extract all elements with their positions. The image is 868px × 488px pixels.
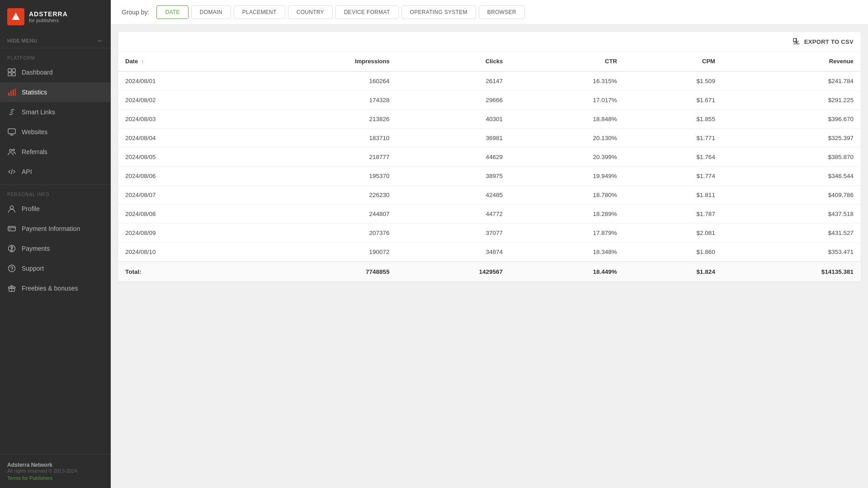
cell-ctr-0: 16.315%: [510, 71, 624, 91]
cell-impressions-4: 218777: [251, 148, 397, 167]
sidebar-item-payment-information[interactable]: Payment Information: [0, 219, 111, 239]
cell-cpm-1: $1.671: [624, 91, 722, 110]
svg-rect-5: [8, 93, 9, 96]
brand-sub: for publishers: [29, 18, 68, 23]
cell-ctr-3: 20.130%: [510, 129, 624, 148]
sidebar-item-dashboard[interactable]: Dashboard: [0, 62, 111, 82]
svg-rect-1: [8, 69, 11, 72]
cell-cpm-5: $1.774: [624, 167, 722, 186]
table-total-row: Total: 7748855 1429567 18.449% $1.824 $1…: [118, 262, 861, 282]
table-row: 2024/08/04 183710 36981 20.130% $1.771 $…: [118, 129, 861, 148]
cell-revenue-7: $437.518: [722, 205, 861, 224]
total-impressions: 7748855: [251, 262, 397, 282]
sidebar-item-support[interactable]: Support: [0, 258, 111, 278]
cell-impressions-9: 190072: [251, 243, 397, 262]
sidebar-item-statistics[interactable]: Statistics: [0, 82, 111, 102]
svg-point-17: [11, 270, 12, 271]
col-impressions[interactable]: Impressions: [251, 52, 397, 71]
cell-impressions-3: 183710: [251, 129, 397, 148]
cell-date-4: 2024/08/05: [118, 148, 251, 167]
col-date[interactable]: Date ↑: [118, 52, 251, 71]
hide-menu-control[interactable]: HIDE MENU ←: [0, 33, 111, 48]
group-by-label: Group by:: [122, 9, 149, 16]
logo-text: ADSTERRA for publishers: [29, 10, 68, 23]
sidebar-item-payments[interactable]: Payments: [0, 239, 111, 258]
cell-date-7: 2024/08/08: [118, 205, 251, 224]
footer-terms[interactable]: Terms for Publishers: [7, 475, 104, 481]
cell-impressions-5: 195370: [251, 167, 397, 186]
sidebar-item-profile[interactable]: Profile: [0, 199, 111, 219]
sidebar-item-dashboard-label: Dashboard: [22, 69, 53, 76]
total-label: Total:: [118, 262, 251, 282]
sidebar-item-api[interactable]: API: [0, 162, 111, 182]
table-row: 2024/08/06 195370 38975 19.949% $1.774 $…: [118, 167, 861, 186]
group-by-domain-button[interactable]: DOMAIN: [191, 5, 231, 19]
cell-ctr-4: 20.399%: [510, 148, 624, 167]
sidebar-item-freebies[interactable]: Freebies & bonuses: [0, 278, 111, 298]
svg-rect-4: [12, 73, 15, 76]
export-csv-button[interactable]: EXPORT TO CSV: [793, 38, 854, 46]
statistics-icon: [7, 88, 16, 97]
footer-copyright: All rights reserved © 2013-2024: [7, 468, 104, 474]
user-icon: [7, 204, 16, 213]
total-cpm: $1.824: [624, 262, 722, 282]
svg-rect-13: [8, 226, 15, 231]
sidebar-item-statistics-label: Statistics: [22, 89, 47, 96]
group-by-device-format-button[interactable]: DEVICE FORMAT: [335, 5, 399, 19]
group-by-operating-system-button[interactable]: OPERATING SYSTEM: [401, 5, 476, 19]
cell-revenue-8: $431.527: [722, 224, 861, 243]
cell-clicks-7: 44772: [397, 205, 510, 224]
col-cpm[interactable]: CPM: [624, 52, 722, 71]
svg-rect-8: [15, 89, 16, 96]
cell-impressions-7: 244807: [251, 205, 397, 224]
export-csv-label: EXPORT TO CSV: [804, 38, 854, 45]
cell-date-3: 2024/08/04: [118, 129, 251, 148]
col-revenue[interactable]: Revenue: [722, 52, 861, 71]
group-by-browser-button[interactable]: BROWSER: [479, 5, 525, 19]
cell-impressions-1: 174328: [251, 91, 397, 110]
cell-ctr-1: 17.017%: [510, 91, 624, 110]
footer-company: Adsterra Network: [7, 462, 104, 468]
cell-cpm-4: $1.764: [624, 148, 722, 167]
cell-clicks-1: 29666: [397, 91, 510, 110]
sidebar-divider: [0, 184, 111, 185]
statistics-table-container: EXPORT TO CSV Date ↑ Impressions Cl: [118, 32, 861, 282]
main-content: Group by: DATE DOMAIN PLACEMENT COUNTRY …: [111, 0, 868, 488]
table-header-row: Date ↑ Impressions Clicks CTR: [118, 52, 861, 71]
cell-cpm-3: $1.771: [624, 129, 722, 148]
svg-rect-3: [8, 73, 11, 76]
sidebar: ADSTERRA for publishers HIDE MENU ← PLAT…: [0, 0, 111, 488]
cell-revenue-9: $353.471: [722, 243, 861, 262]
svg-point-10: [9, 150, 12, 152]
cell-impressions-2: 213826: [251, 110, 397, 129]
svg-rect-14: [9, 229, 11, 230]
cell-date-8: 2024/08/09: [118, 224, 251, 243]
export-icon: [793, 38, 801, 46]
brand-name: ADSTERRA: [29, 10, 68, 18]
cell-date-2: 2024/08/03: [118, 110, 251, 129]
group-by-date-button[interactable]: DATE: [156, 5, 188, 19]
sidebar-item-websites[interactable]: Websites: [0, 122, 111, 142]
cell-impressions-0: 160264: [251, 71, 397, 91]
hide-menu-label: HIDE MENU: [7, 38, 37, 43]
cell-ctr-7: 18.289%: [510, 205, 624, 224]
table-body: 2024/08/01 160264 26147 16.315% $1.509 $…: [118, 71, 861, 262]
sidebar-item-smart-links-label: Smart Links: [22, 108, 55, 116]
sidebar-item-smart-links[interactable]: Smart Links: [0, 102, 111, 122]
group-by-country-button[interactable]: COUNTRY: [288, 5, 333, 19]
cell-date-9: 2024/08/10: [118, 243, 251, 262]
col-ctr[interactable]: CTR: [510, 52, 624, 71]
cell-ctr-2: 18.848%: [510, 110, 624, 129]
cell-date-5: 2024/08/06: [118, 167, 251, 186]
dashboard-icon: [7, 68, 16, 77]
sidebar-item-websites-label: Websites: [22, 128, 47, 136]
cell-impressions-8: 207376: [251, 224, 397, 243]
logo-icon: [7, 8, 24, 25]
cell-impressions-6: 226230: [251, 186, 397, 205]
sidebar-item-referrals[interactable]: Referrals: [0, 142, 111, 162]
group-by-placement-button[interactable]: PLACEMENT: [234, 5, 285, 19]
cell-revenue-4: $385.870: [722, 148, 861, 167]
sidebar-item-referrals-label: Referrals: [22, 148, 47, 155]
col-clicks[interactable]: Clicks: [397, 52, 510, 71]
cell-cpm-2: $1.855: [624, 110, 722, 129]
